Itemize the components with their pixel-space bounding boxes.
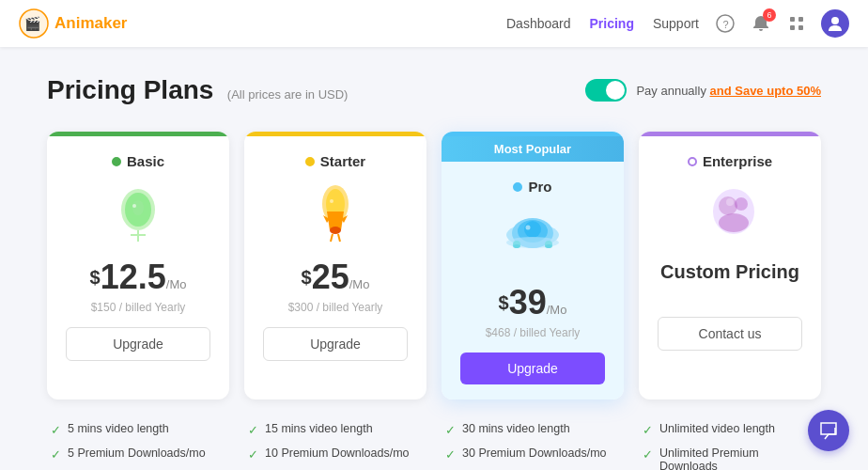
svg-text:🎬: 🎬 (24, 16, 41, 32)
billing-save-text: and Save upto 50% (710, 84, 821, 98)
plan-illustration-enterprise (658, 180, 802, 246)
svg-point-36 (719, 213, 749, 232)
plan-illustration-pro (460, 206, 605, 272)
plan-name-row-enterprise: Enterprise (658, 153, 802, 169)
plan-price-starter: $25/Mo (263, 258, 408, 297)
plan-price-basic: $12.5/Mo (66, 258, 210, 297)
feature-starter-1: ✓ 10 Premium Downloads/mo (248, 446, 423, 462)
nav-support[interactable]: Support (653, 16, 699, 31)
plan-body-pro: Pro (442, 162, 624, 400)
plan-dot-enterprise (688, 157, 697, 166)
plan-billed-enterprise (658, 290, 802, 304)
svg-line-21 (331, 234, 333, 242)
plan-dot-basic (112, 157, 121, 166)
toggle-knob (606, 81, 625, 100)
svg-point-37 (735, 197, 748, 211)
plan-name-starter: Starter (320, 153, 365, 169)
upgrade-button-pro[interactable]: Upgrade (460, 352, 605, 384)
svg-line-22 (338, 234, 340, 242)
svg-point-14 (132, 204, 136, 208)
plan-body-basic: Basic $12.5/Mo $150 / billed Yearly (47, 136, 229, 400)
billing-toggle-section: Pay annually and Save upto 50% (585, 79, 821, 102)
plan-name-pro: Pro (528, 179, 551, 195)
nav-dashboard[interactable]: Dashboard (506, 16, 571, 31)
check-icon: ✓ (445, 447, 456, 462)
page-title: Pricing Plans (47, 75, 213, 104)
feature-pro-1: ✓ 30 Premium Downloads/mo (445, 446, 620, 462)
feature-enterprise-1: ✓ Unlimited Premium Downloads (643, 446, 817, 470)
svg-rect-7 (798, 25, 803, 30)
pricing-subtitle: (All prices are in USD) (227, 87, 349, 102)
plan-name-row-starter: Starter (263, 153, 408, 169)
plan-name-row-pro: Pro (460, 179, 605, 195)
upgrade-button-starter[interactable]: Upgrade (263, 327, 408, 361)
check-icon: ✓ (51, 423, 61, 437)
svg-point-32 (545, 244, 552, 248)
svg-point-23 (330, 199, 333, 203)
svg-point-33 (525, 226, 530, 230)
check-icon: ✓ (643, 447, 653, 462)
plan-card-enterprise: Enterprise Custom Pricing Contact us (639, 132, 821, 400)
check-icon: ✓ (643, 423, 653, 437)
help-icon[interactable]: ? (714, 12, 736, 35)
features-col-starter: ✓ 15 mins video length ✓ 10 Premium Down… (244, 422, 426, 470)
pricing-title-block: Pricing Plans (All prices are in USD) (47, 75, 348, 105)
apps-grid-icon[interactable] (785, 12, 808, 35)
bell-icon[interactable]: 6 (750, 12, 772, 35)
logo-icon: 🎬 (19, 8, 49, 39)
main-content: Pricing Plans (All prices are in USD) Pa… (0, 47, 868, 470)
feature-enterprise-0: ✓ Unlimited video length (643, 422, 817, 437)
contact-us-button[interactable]: Contact us (658, 317, 802, 351)
svg-point-13 (132, 200, 144, 215)
features-col-enterprise: ✓ Unlimited video length ✓ Unlimited Pre… (639, 422, 821, 470)
check-icon: ✓ (51, 447, 61, 462)
main-nav: Dashboard Pricing Support (506, 16, 699, 31)
plan-body-enterprise: Enterprise Custom Pricing Contact us (639, 136, 821, 400)
header: 🎬 Animaker Dashboard Pricing Support ? 6 (0, 0, 868, 47)
plan-dot-starter (305, 157, 315, 166)
user-avatar[interactable] (821, 9, 849, 38)
plan-illustration-starter (263, 180, 408, 246)
upgrade-button-basic[interactable]: Upgrade (66, 327, 210, 361)
plan-billed-starter: $300 / billed Yearly (263, 301, 408, 314)
pricing-header: Pricing Plans (All prices are in USD) Pa… (47, 75, 821, 105)
features-col-pro: ✓ 30 mins video length ✓ 30 Premium Down… (442, 422, 624, 470)
custom-pricing-label: Custom Pricing (658, 261, 802, 283)
check-icon: ✓ (248, 423, 258, 437)
plan-billed-pro: $468 / billed Yearly (460, 326, 605, 339)
annual-billing-toggle[interactable] (585, 79, 627, 102)
plan-illustration-basic (66, 180, 210, 246)
svg-rect-4 (790, 17, 795, 22)
features-section: ✓ 5 mins video length ✓ 5 Premium Downlo… (47, 422, 821, 470)
most-popular-badge: Most Popular (442, 136, 624, 162)
plan-body-starter: Starter $25/Mo (244, 136, 426, 400)
plan-name-enterprise: Enterprise (703, 153, 772, 169)
check-icon: ✓ (248, 447, 258, 462)
svg-rect-6 (790, 25, 795, 30)
nav-icons: ? 6 (714, 9, 849, 38)
plan-billed-basic: $150 / billed Yearly (66, 301, 210, 314)
feature-starter-0: ✓ 15 mins video length (248, 422, 423, 437)
bell-badge: 6 (763, 8, 776, 22)
nav-pricing[interactable]: Pricing (589, 16, 633, 31)
svg-point-20 (330, 227, 341, 234)
check-icon: ✓ (445, 423, 456, 437)
features-col-basic: ✓ 5 mins video length ✓ 5 Premium Downlo… (47, 422, 229, 470)
chat-button[interactable] (808, 410, 849, 451)
plan-card-basic: Basic $12.5/Mo $150 / billed Yearly (47, 132, 229, 400)
svg-text:?: ? (723, 19, 729, 30)
feature-pro-0: ✓ 30 mins video length (445, 422, 620, 437)
feature-basic-0: ✓ 5 mins video length (51, 422, 225, 437)
plan-card-pro: Most Popular Pro (442, 132, 624, 400)
feature-basic-1: ✓ 5 Premium Downloads/mo (51, 446, 225, 462)
plans-grid: Basic $12.5/Mo $150 / billed Yearly (47, 132, 821, 400)
svg-rect-5 (798, 17, 803, 22)
svg-point-8 (831, 17, 839, 24)
billing-text: Pay annually and Save upto 50% (636, 84, 821, 98)
logo[interactable]: 🎬 Animaker (19, 8, 506, 39)
plan-card-starter: Starter $25/Mo (244, 132, 426, 400)
plan-price-pro: $39/Mo (460, 283, 605, 322)
svg-point-31 (513, 244, 520, 248)
svg-point-38 (726, 198, 734, 206)
plan-dot-pro (513, 182, 522, 192)
